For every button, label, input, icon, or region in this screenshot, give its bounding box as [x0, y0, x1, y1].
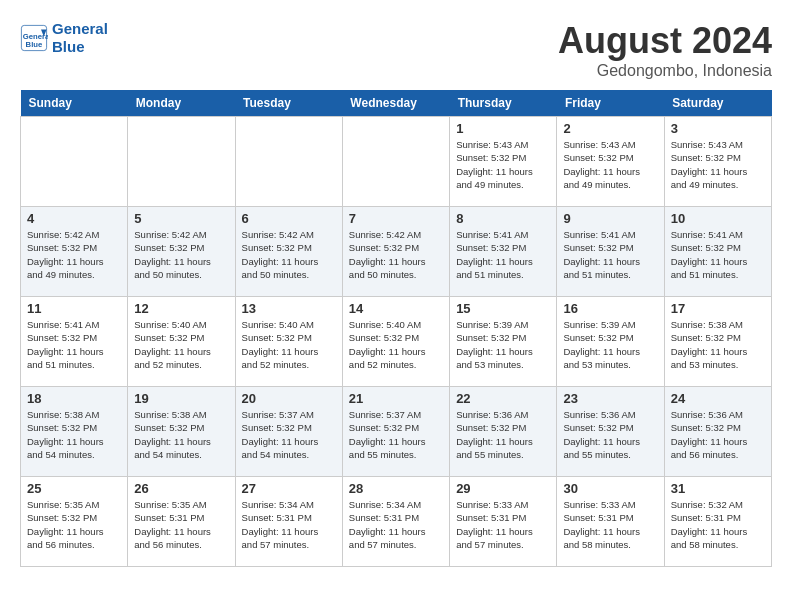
logo-subtext: Blue	[52, 38, 108, 56]
page-header: General Blue General Blue August 2024 Ge…	[20, 20, 772, 80]
calendar-cell: 3Sunrise: 5:43 AMSunset: 5:32 PMDaylight…	[664, 117, 771, 207]
calendar-cell: 12Sunrise: 5:40 AMSunset: 5:32 PMDayligh…	[128, 297, 235, 387]
day-info: Sunrise: 5:43 AMSunset: 5:32 PMDaylight:…	[456, 138, 550, 191]
day-number: 10	[671, 211, 765, 226]
day-info: Sunrise: 5:33 AMSunset: 5:31 PMDaylight:…	[563, 498, 657, 551]
day-number: 5	[134, 211, 228, 226]
day-number: 4	[27, 211, 121, 226]
day-number: 25	[27, 481, 121, 496]
calendar-cell: 23Sunrise: 5:36 AMSunset: 5:32 PMDayligh…	[557, 387, 664, 477]
day-info: Sunrise: 5:41 AMSunset: 5:32 PMDaylight:…	[563, 228, 657, 281]
calendar-cell	[342, 117, 449, 207]
day-info: Sunrise: 5:40 AMSunset: 5:32 PMDaylight:…	[134, 318, 228, 371]
column-header-sunday: Sunday	[21, 90, 128, 117]
calendar-cell: 5Sunrise: 5:42 AMSunset: 5:32 PMDaylight…	[128, 207, 235, 297]
day-number: 12	[134, 301, 228, 316]
day-number: 22	[456, 391, 550, 406]
calendar-body: 1Sunrise: 5:43 AMSunset: 5:32 PMDaylight…	[21, 117, 772, 567]
calendar-cell: 26Sunrise: 5:35 AMSunset: 5:31 PMDayligh…	[128, 477, 235, 567]
day-number: 15	[456, 301, 550, 316]
day-info: Sunrise: 5:39 AMSunset: 5:32 PMDaylight:…	[456, 318, 550, 371]
day-number: 16	[563, 301, 657, 316]
month-year: August 2024	[558, 20, 772, 62]
calendar-cell: 10Sunrise: 5:41 AMSunset: 5:32 PMDayligh…	[664, 207, 771, 297]
column-header-wednesday: Wednesday	[342, 90, 449, 117]
day-info: Sunrise: 5:42 AMSunset: 5:32 PMDaylight:…	[349, 228, 443, 281]
calendar-cell: 16Sunrise: 5:39 AMSunset: 5:32 PMDayligh…	[557, 297, 664, 387]
day-info: Sunrise: 5:32 AMSunset: 5:31 PMDaylight:…	[671, 498, 765, 551]
calendar-week-1: 1Sunrise: 5:43 AMSunset: 5:32 PMDaylight…	[21, 117, 772, 207]
day-info: Sunrise: 5:38 AMSunset: 5:32 PMDaylight:…	[134, 408, 228, 461]
calendar-cell: 15Sunrise: 5:39 AMSunset: 5:32 PMDayligh…	[450, 297, 557, 387]
day-info: Sunrise: 5:38 AMSunset: 5:32 PMDaylight:…	[27, 408, 121, 461]
calendar-cell	[21, 117, 128, 207]
calendar-cell	[128, 117, 235, 207]
day-info: Sunrise: 5:38 AMSunset: 5:32 PMDaylight:…	[671, 318, 765, 371]
calendar-cell: 21Sunrise: 5:37 AMSunset: 5:32 PMDayligh…	[342, 387, 449, 477]
day-number: 24	[671, 391, 765, 406]
day-number: 21	[349, 391, 443, 406]
day-number: 6	[242, 211, 336, 226]
calendar-cell: 22Sunrise: 5:36 AMSunset: 5:32 PMDayligh…	[450, 387, 557, 477]
day-number: 1	[456, 121, 550, 136]
day-info: Sunrise: 5:41 AMSunset: 5:32 PMDaylight:…	[27, 318, 121, 371]
day-number: 3	[671, 121, 765, 136]
day-number: 30	[563, 481, 657, 496]
day-info: Sunrise: 5:33 AMSunset: 5:31 PMDaylight:…	[456, 498, 550, 551]
day-info: Sunrise: 5:42 AMSunset: 5:32 PMDaylight:…	[134, 228, 228, 281]
calendar-cell: 7Sunrise: 5:42 AMSunset: 5:32 PMDaylight…	[342, 207, 449, 297]
day-info: Sunrise: 5:43 AMSunset: 5:32 PMDaylight:…	[563, 138, 657, 191]
calendar-cell: 13Sunrise: 5:40 AMSunset: 5:32 PMDayligh…	[235, 297, 342, 387]
day-info: Sunrise: 5:35 AMSunset: 5:31 PMDaylight:…	[134, 498, 228, 551]
day-info: Sunrise: 5:37 AMSunset: 5:32 PMDaylight:…	[242, 408, 336, 461]
calendar-cell: 11Sunrise: 5:41 AMSunset: 5:32 PMDayligh…	[21, 297, 128, 387]
calendar-week-2: 4Sunrise: 5:42 AMSunset: 5:32 PMDaylight…	[21, 207, 772, 297]
day-info: Sunrise: 5:41 AMSunset: 5:32 PMDaylight:…	[456, 228, 550, 281]
column-header-friday: Friday	[557, 90, 664, 117]
day-number: 26	[134, 481, 228, 496]
calendar-cell: 29Sunrise: 5:33 AMSunset: 5:31 PMDayligh…	[450, 477, 557, 567]
calendar-cell: 8Sunrise: 5:41 AMSunset: 5:32 PMDaylight…	[450, 207, 557, 297]
calendar-cell: 30Sunrise: 5:33 AMSunset: 5:31 PMDayligh…	[557, 477, 664, 567]
day-number: 27	[242, 481, 336, 496]
day-number: 9	[563, 211, 657, 226]
day-info: Sunrise: 5:40 AMSunset: 5:32 PMDaylight:…	[242, 318, 336, 371]
day-number: 18	[27, 391, 121, 406]
day-number: 23	[563, 391, 657, 406]
calendar-cell: 31Sunrise: 5:32 AMSunset: 5:31 PMDayligh…	[664, 477, 771, 567]
calendar-week-5: 25Sunrise: 5:35 AMSunset: 5:32 PMDayligh…	[21, 477, 772, 567]
day-number: 29	[456, 481, 550, 496]
calendar-cell: 2Sunrise: 5:43 AMSunset: 5:32 PMDaylight…	[557, 117, 664, 207]
calendar-cell: 25Sunrise: 5:35 AMSunset: 5:32 PMDayligh…	[21, 477, 128, 567]
day-info: Sunrise: 5:36 AMSunset: 5:32 PMDaylight:…	[671, 408, 765, 461]
calendar-cell: 28Sunrise: 5:34 AMSunset: 5:31 PMDayligh…	[342, 477, 449, 567]
day-number: 2	[563, 121, 657, 136]
calendar-week-3: 11Sunrise: 5:41 AMSunset: 5:32 PMDayligh…	[21, 297, 772, 387]
day-info: Sunrise: 5:40 AMSunset: 5:32 PMDaylight:…	[349, 318, 443, 371]
day-info: Sunrise: 5:36 AMSunset: 5:32 PMDaylight:…	[563, 408, 657, 461]
day-number: 8	[456, 211, 550, 226]
logo: General Blue General Blue	[20, 20, 108, 56]
day-info: Sunrise: 5:42 AMSunset: 5:32 PMDaylight:…	[27, 228, 121, 281]
calendar-cell: 24Sunrise: 5:36 AMSunset: 5:32 PMDayligh…	[664, 387, 771, 477]
day-info: Sunrise: 5:37 AMSunset: 5:32 PMDaylight:…	[349, 408, 443, 461]
calendar-cell: 27Sunrise: 5:34 AMSunset: 5:31 PMDayligh…	[235, 477, 342, 567]
calendar-cell: 6Sunrise: 5:42 AMSunset: 5:32 PMDaylight…	[235, 207, 342, 297]
calendar-cell: 18Sunrise: 5:38 AMSunset: 5:32 PMDayligh…	[21, 387, 128, 477]
calendar-cell: 14Sunrise: 5:40 AMSunset: 5:32 PMDayligh…	[342, 297, 449, 387]
day-number: 17	[671, 301, 765, 316]
calendar-week-4: 18Sunrise: 5:38 AMSunset: 5:32 PMDayligh…	[21, 387, 772, 477]
column-header-monday: Monday	[128, 90, 235, 117]
day-number: 14	[349, 301, 443, 316]
location: Gedongombo, Indonesia	[558, 62, 772, 80]
day-number: 19	[134, 391, 228, 406]
calendar-cell	[235, 117, 342, 207]
calendar-cell: 19Sunrise: 5:38 AMSunset: 5:32 PMDayligh…	[128, 387, 235, 477]
day-info: Sunrise: 5:35 AMSunset: 5:32 PMDaylight:…	[27, 498, 121, 551]
calendar-header-row: SundayMondayTuesdayWednesdayThursdayFrid…	[21, 90, 772, 117]
day-number: 28	[349, 481, 443, 496]
calendar-cell: 1Sunrise: 5:43 AMSunset: 5:32 PMDaylight…	[450, 117, 557, 207]
column-header-saturday: Saturday	[664, 90, 771, 117]
day-info: Sunrise: 5:36 AMSunset: 5:32 PMDaylight:…	[456, 408, 550, 461]
logo-text: General	[52, 20, 108, 38]
